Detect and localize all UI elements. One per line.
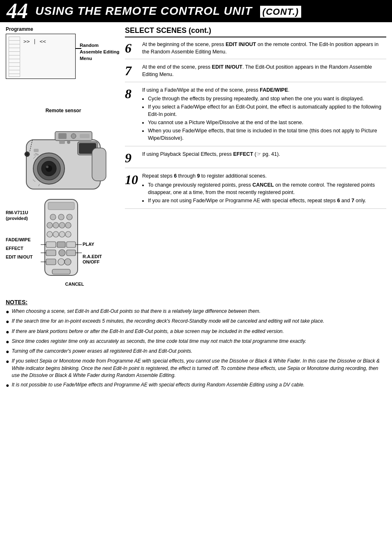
step-content: At the beginning of the scene, press EDI…	[142, 41, 386, 55]
svg-point-34	[53, 231, 59, 237]
svg-rect-16	[59, 141, 65, 144]
bullet-item: Cycle through the effects by pressing re…	[148, 95, 386, 102]
svg-point-5	[46, 166, 48, 168]
edit-in-out-label: EDIT IN/OUT	[6, 254, 41, 260]
step-content: At the end of the scene, press EDIT IN/O…	[142, 63, 386, 78]
cancel-label: CANCEL	[28, 282, 121, 287]
svg-point-14	[26, 153, 28, 155]
step-content: Repeat steps 6 through 9 to register add…	[142, 172, 386, 205]
ra-edit-label: R.A.EDITON/OFF	[83, 254, 102, 265]
header-title: USING THE REMOTE CONTROL UNIT (cont.)	[35, 5, 301, 18]
svg-point-26	[50, 214, 56, 220]
svg-point-44	[58, 259, 65, 265]
svg-point-10	[71, 134, 76, 139]
steps-container: 6At the beginning of the scene, press ED…	[125, 41, 386, 209]
svg-point-17	[67, 141, 70, 144]
bullet-item: If you are not using Fade/Wipe or Progra…	[148, 197, 386, 204]
programme-label: Programme	[6, 26, 121, 32]
step-content: If using a Fade/Wipe at the end of the s…	[142, 86, 386, 143]
step-number: 7	[125, 63, 140, 78]
page-number: 44	[7, 0, 28, 22]
svg-point-45	[65, 259, 71, 265]
svg-rect-39	[67, 242, 76, 247]
programme-box: >> | <<	[6, 34, 76, 79]
remote-illustration	[41, 197, 82, 280]
notes-item: If you select Sepia or Monotone mode fro…	[6, 358, 386, 379]
svg-rect-46	[52, 269, 70, 274]
svg-rect-40	[46, 250, 56, 256]
svg-rect-11	[80, 134, 90, 138]
svg-rect-42	[67, 250, 76, 256]
remote-right-labels: PLAY R.A.EDITON/OFF	[83, 242, 102, 265]
remote-svg	[41, 197, 82, 281]
svg-rect-25	[48, 202, 74, 210]
svg-rect-43	[46, 259, 56, 265]
notes-item: If the search time for an in-point excee…	[6, 318, 386, 326]
programme-area: >> | << Random Assemble Editing Menu	[6, 34, 121, 104]
notes-title: NOTES:	[6, 299, 386, 305]
notes-item: Since time codes register time only as a…	[6, 338, 386, 346]
select-scenes-title: SELECT SCENES (cont.)	[125, 26, 386, 37]
step-number: 8	[125, 86, 140, 143]
step-9: 9If using Playback Special Effects, pres…	[125, 150, 386, 168]
step-7: 7At the end of the scene, press EDIT IN/…	[125, 63, 386, 82]
right-column: SELECT SCENES (cont.) 6At the beginning …	[125, 26, 386, 287]
svg-rect-38	[57, 242, 65, 247]
header-cont: (cont.)	[260, 6, 301, 18]
svg-point-35	[59, 231, 65, 237]
notes-section: NOTES: When choosing a scene, set Edit-I…	[0, 295, 392, 395]
svg-point-27	[58, 214, 64, 220]
svg-point-30	[53, 222, 59, 228]
svg-point-33	[47, 231, 53, 237]
effect-label: EFFECT	[6, 246, 41, 251]
notes-item: When choosing a scene, set Edit-In and E…	[6, 308, 386, 316]
camera-illustration	[14, 115, 113, 197]
notes-item: If there are blank portions before or af…	[6, 328, 386, 336]
remote-control-area: RM-V711U(provided) FADE/WIPE EFFECT EDIT…	[6, 197, 121, 281]
notes-item: It is not possible to use Fade/Wipe effe…	[6, 381, 386, 389]
svg-point-41	[59, 250, 65, 256]
remote-left-labels: RM-V711U(provided) FADE/WIPE EFFECT EDIT…	[6, 210, 41, 260]
main-content: Programme >> | << Random Assemble Editin…	[0, 22, 392, 287]
left-column: Programme >> | << Random Assemble Editin…	[6, 26, 121, 287]
bullet-item: To change previously registered points, …	[148, 181, 386, 196]
step-6: 6At the beginning of the scene, press ED…	[125, 41, 386, 59]
svg-rect-37	[46, 242, 56, 247]
step-content: If using Playback Special Effects, press…	[142, 150, 280, 164]
svg-rect-19	[34, 154, 39, 156]
svg-point-36	[65, 231, 71, 237]
svg-point-32	[65, 222, 71, 228]
step-number: 9	[125, 150, 140, 164]
svg-point-28	[67, 214, 72, 220]
play-label: PLAY	[83, 242, 102, 247]
camera-area: Remote sensor	[6, 108, 121, 197]
remote-sensor-label: Remote sensor	[6, 108, 121, 113]
random-assemble-label: Random Assemble Editing Menu	[80, 42, 121, 62]
step-10: 10Repeat steps 6 through 9 to register a…	[125, 172, 386, 209]
bullet-item: You cannot use a Picture Wipe/Dissolve a…	[148, 119, 386, 126]
page-header: 44 USING THE REMOTE CONTROL UNIT (cont.)	[0, 0, 392, 22]
notes-item: Turning off the camcorder's power erases…	[6, 348, 386, 356]
step-number: 6	[125, 41, 140, 55]
svg-point-31	[59, 222, 65, 228]
notes-list: When choosing a scene, set Edit-In and E…	[6, 308, 386, 389]
fade-wipe-label: FADE/WIPE	[6, 237, 41, 243]
svg-point-29	[47, 222, 53, 228]
bullet-item: When you use Fade/Wipe effects, that tim…	[148, 127, 386, 142]
bullet-item: If you select a Fade/Wipe effect for an …	[148, 103, 386, 118]
svg-rect-18	[34, 149, 39, 152]
svg-rect-9	[58, 133, 67, 139]
rm-label: RM-V711U(provided)	[6, 210, 41, 222]
svg-rect-12	[92, 148, 106, 181]
step-number: 10	[125, 172, 140, 205]
step-8: 8If using a Fade/Wipe at the end of the …	[125, 86, 386, 147]
